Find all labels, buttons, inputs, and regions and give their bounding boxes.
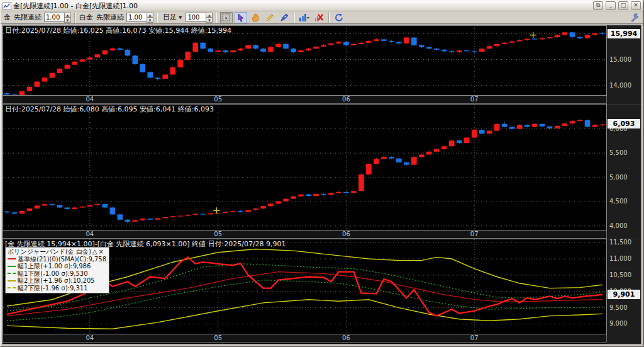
crosshair-mode-button[interactable]	[220, 12, 233, 23]
price-tick: 9,500	[609, 304, 628, 311]
price-tick: 5,500	[609, 149, 628, 156]
spread-x-axis: 04050607	[3, 334, 607, 343]
platinum-panel: 日付:2025/07/28 始値:6,080 高値:6,095 安値:6,041…	[3, 104, 641, 239]
spin-down-icon: ▼	[64, 18, 71, 23]
line-swatch-icon	[8, 266, 16, 267]
pan-hand-button[interactable]	[249, 12, 262, 23]
month-tick-label: 05	[214, 96, 222, 103]
pencil-icon	[265, 13, 274, 22]
period-dropdown[interactable]: 日足▼	[161, 13, 184, 23]
spread-panel: [金 先限連続 15,994×1.00]-[白金 先限連続 6,093×1.00…	[3, 239, 641, 344]
legend-item: 幅2上限(+1.96 σ):10,205	[8, 277, 106, 285]
platinum-price-axis: 6,0005,5005,0004,5004,0006,093	[607, 104, 641, 239]
line-swatch-icon	[8, 273, 16, 274]
chevron-down-icon: ▼	[179, 15, 182, 20]
gold-series-label: 先限連続	[13, 13, 42, 22]
month-tick-label: 06	[342, 230, 350, 237]
line-swatch-icon	[8, 287, 16, 288]
app-window: 金[先限連続]1.00 - 白金[先限連続]1.00 ⧉ _ □ ✕ 金 先限連…	[0, 0, 644, 347]
spread-bollinger-chart[interactable]: [金 先限連続 15,994×1.00]-[白金 先限連続 6,093×1.00…	[3, 239, 607, 334]
line-swatch-icon	[8, 258, 16, 259]
spin-down-icon: ▼	[206, 18, 213, 23]
cursor-arrow-icon	[236, 13, 245, 22]
bollinger-legend: ボリンジャーバンド(金 白金) △ × 基準線(21)(0)(SMA)(C):9…	[5, 247, 109, 293]
window-title: 金[先限連続]1.00 - 白金[先限連続]1.00	[13, 1, 591, 11]
platinum-candlestick-chart[interactable]: 日付:2025/07/28 始値:6,080 高値:6,095 安値:6,041…	[3, 104, 607, 230]
price-tick: 14,000	[609, 82, 631, 89]
month-tick-label: 04	[86, 230, 94, 237]
price-tick: 5,000	[609, 174, 628, 181]
gold-x-axis: 04050607	[3, 96, 607, 104]
bars-count-input[interactable]	[186, 13, 206, 22]
select-cursor-button[interactable]	[235, 12, 247, 23]
legend-item: 幅2下限(-1.96 σ):9,311	[8, 285, 106, 292]
toolbar-separator	[74, 13, 75, 23]
month-tick-label: 04	[86, 334, 94, 341]
price-tick: 15,000	[609, 56, 631, 63]
spin-up-icon: ▲	[147, 13, 153, 18]
chart-area: 日付:2025/07/28 始値:16,025 高値:16,073 安値:15,…	[2, 25, 641, 344]
indicator-menu-button[interactable]	[298, 12, 311, 23]
legend-title: ボリンジャーバンド(金 白金)	[8, 248, 91, 256]
platinum-x-axis: 04050607	[3, 230, 607, 239]
price-tick: 11,000	[609, 255, 631, 262]
gold-price-axis: 16,00015,00014,00015,994	[607, 25, 641, 104]
spread-price-axis: 11,50011,00010,50010,0009,5009,0009,901	[607, 239, 641, 344]
title-bar: 金[先限連続]1.00 - 白金[先限連続]1.00 ⧉ _ □ ✕	[1, 1, 643, 11]
legend-collapse-icon[interactable]: △	[92, 248, 97, 256]
draw-pencil-button[interactable]	[264, 12, 276, 23]
bars-count-spinner[interactable]: ▲▼	[186, 13, 213, 22]
delete-indicator-button[interactable]	[313, 12, 325, 23]
gold-candlestick-chart[interactable]: 日付:2025/07/28 始値:16,025 高値:16,073 安値:15,…	[3, 25, 607, 96]
price-tick: 10,500	[609, 271, 631, 278]
maximize-button[interactable]: □	[618, 1, 628, 10]
settings-wrench-button[interactable]	[628, 12, 640, 23]
month-tick-label: 05	[214, 230, 222, 237]
gold-scale-input[interactable]	[44, 13, 64, 22]
gold-chart-svg	[3, 26, 606, 95]
month-tick-label: 04	[86, 96, 94, 103]
legend-item: 基準線(21)(0)(SMA)(C):9,758	[8, 256, 106, 263]
toolbar-separator	[328, 13, 330, 23]
line-swatch-icon	[8, 280, 16, 282]
platinum-scale-input[interactable]	[126, 13, 147, 22]
toolbar: 金 先限連続 ▲▼ 白金 先限連続 ▲▼ 日足▼ ▲▼	[1, 11, 643, 24]
toolbar-separator	[294, 13, 295, 23]
current-price-badge: 15,994	[608, 29, 640, 38]
crosshair-icon	[222, 13, 231, 22]
month-tick-label: 07	[470, 230, 479, 237]
chart-app-icon	[3, 2, 11, 10]
legend-close-icon[interactable]: ×	[99, 248, 104, 256]
platinum-symbol-label: 白金	[79, 13, 94, 22]
platinum-ohlc-readout: 日付:2025/07/28 始値:6,080 高値:6,095 安値:6,041…	[5, 105, 214, 114]
copy-window-button[interactable]: ⧉	[593, 1, 603, 10]
close-button[interactable]: ✕	[631, 1, 641, 10]
price-tick: 4,500	[609, 198, 628, 205]
platinum-scale-spinner[interactable]: ▲▼	[126, 13, 153, 22]
gold-panel: 日付:2025/07/28 始値:16,025 高値:16,073 安値:15,…	[3, 25, 641, 104]
price-tick: 9,000	[609, 320, 628, 327]
price-tick: 4,000	[609, 222, 628, 229]
current-price-badge: 9,901	[608, 290, 640, 299]
hand-icon	[251, 13, 260, 22]
month-tick-label: 07	[470, 334, 479, 341]
platinum-series-label: 先限連続	[96, 13, 125, 22]
toolbar-separator	[157, 13, 158, 23]
refresh-icon	[335, 13, 344, 22]
month-tick-label: 06	[342, 334, 350, 341]
refresh-button[interactable]	[333, 12, 345, 23]
legend-item: 幅1下限(-1.00 σ):9,530	[8, 270, 106, 278]
spin-down-icon: ▼	[147, 18, 153, 23]
minimize-button[interactable]: _	[606, 1, 616, 10]
draw-pen-button[interactable]	[278, 12, 291, 23]
spin-up-icon: ▲	[64, 13, 71, 18]
spin-up-icon: ▲	[206, 13, 213, 18]
current-price-badge: 6,093	[608, 119, 640, 128]
fountain-pen-icon	[280, 13, 289, 22]
wrench-icon	[630, 13, 639, 22]
month-tick-label: 05	[214, 334, 222, 341]
gold-ohlc-readout: 日付:2025/07/28 始値:16,025 高値:16,073 安値:15,…	[5, 26, 231, 35]
month-tick-label: 06	[342, 96, 350, 103]
gold-scale-spinner[interactable]: ▲▼	[44, 13, 71, 22]
delete-x-icon	[314, 13, 324, 22]
